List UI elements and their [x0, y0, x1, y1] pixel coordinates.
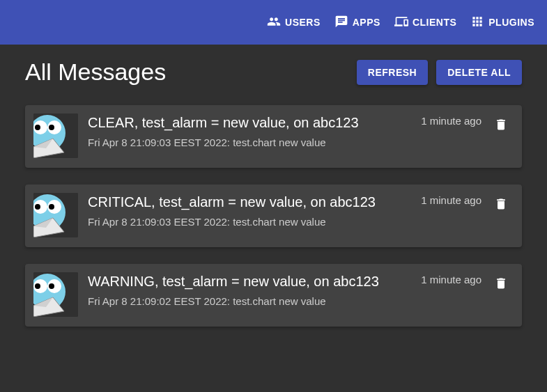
clients-icon — [394, 15, 408, 31]
svg-point-16 — [35, 283, 40, 289]
delete-message-button[interactable] — [491, 275, 511, 295]
delete-message-button[interactable] — [491, 196, 511, 215]
svg-point-5 — [49, 125, 54, 130]
messages-list: CLEAR, test_alarm = new value, on abc123… — [25, 105, 522, 327]
svg-point-10 — [35, 204, 40, 210]
topbar: USERS APPS CLIENTS PLUGINS — [0, 0, 547, 45]
page-title: All Messages — [25, 58, 166, 86]
content: All Messages REFRESH DELETE ALL — [0, 45, 547, 340]
message-time: 1 minute ago — [421, 193, 481, 206]
avatar — [33, 272, 78, 317]
card-top: CLEAR, test_alarm = new value, on abc123… — [88, 113, 481, 132]
header-buttons: REFRESH DELETE ALL — [357, 60, 522, 85]
trash-icon — [494, 118, 508, 134]
message-title: CLEAR, test_alarm = new value, on abc123 — [88, 113, 359, 132]
avatar — [33, 193, 78, 237]
message-card: CLEAR, test_alarm = new value, on abc123… — [25, 105, 522, 168]
refresh-button[interactable]: REFRESH — [357, 60, 428, 85]
card-body: CLEAR, test_alarm = new value, on abc123… — [88, 113, 481, 148]
header-row: All Messages REFRESH DELETE ALL — [25, 58, 522, 86]
message-card: CRITICAL, test_alarm = new value, on abc… — [25, 185, 522, 247]
gopher-icon — [33, 193, 78, 237]
gopher-icon — [33, 272, 78, 317]
avatar — [33, 113, 78, 158]
nav-apps-label: APPS — [353, 17, 380, 28]
card-top: WARNING, test_alarm = new value, on abc1… — [88, 272, 481, 291]
nav-plugins[interactable]: PLUGINS — [463, 9, 541, 36]
message-subtitle: Fri Apr 8 21:09:03 EEST 2022: test.chart… — [88, 216, 481, 228]
nav-users[interactable]: USERS — [260, 9, 328, 36]
message-subtitle: Fri Apr 8 21:09:02 EEST 2022: test.chart… — [88, 295, 481, 307]
svg-point-4 — [35, 125, 40, 130]
nav-plugins-label: PLUGINS — [488, 17, 534, 28]
nav-clients[interactable]: CLIENTS — [387, 9, 463, 36]
delete-all-button[interactable]: DELETE ALL — [436, 60, 522, 85]
nav-apps[interactable]: APPS — [328, 9, 387, 36]
message-time: 1 minute ago — [421, 272, 481, 285]
users-icon — [267, 15, 281, 31]
card-body: CRITICAL, test_alarm = new value, on abc… — [88, 193, 481, 228]
plugins-icon — [470, 15, 484, 31]
message-title: WARNING, test_alarm = new value, on abc1… — [88, 272, 379, 291]
nav-clients-label: CLIENTS — [413, 17, 456, 28]
card-top: CRITICAL, test_alarm = new value, on abc… — [88, 193, 481, 212]
svg-point-17 — [49, 283, 54, 289]
nav-users-label: USERS — [285, 17, 321, 28]
message-time: 1 minute ago — [421, 113, 481, 127]
gopher-icon — [33, 113, 78, 158]
trash-icon — [494, 276, 508, 293]
message-title: CRITICAL, test_alarm = new value, on abc… — [88, 193, 376, 212]
card-body: WARNING, test_alarm = new value, on abc1… — [88, 272, 481, 307]
svg-point-11 — [49, 204, 54, 210]
delete-message-button[interactable] — [491, 116, 511, 136]
trash-icon — [494, 197, 508, 214]
message-card: WARNING, test_alarm = new value, on abc1… — [25, 264, 522, 327]
message-subtitle: Fri Apr 8 21:09:03 EEST 2022: test.chart… — [88, 136, 481, 148]
apps-icon — [334, 15, 348, 31]
